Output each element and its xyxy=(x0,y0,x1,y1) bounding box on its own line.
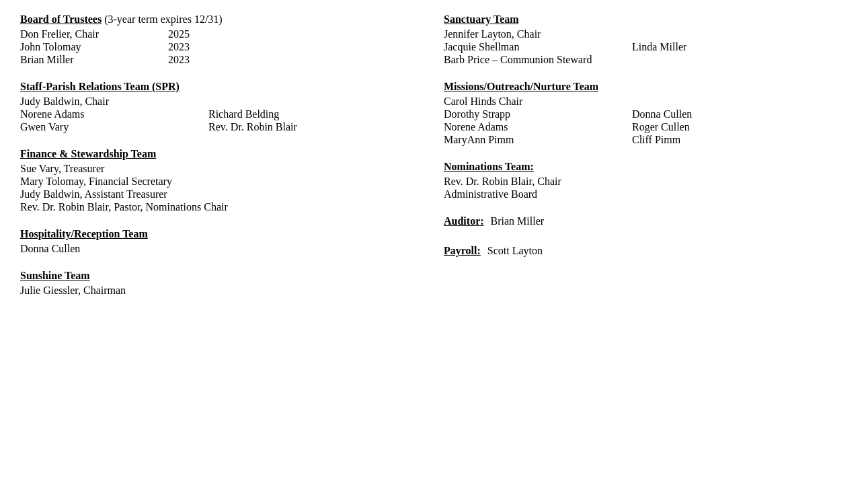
missions-member-4-col1: MaryAnn Pimm xyxy=(444,134,632,146)
sunshine-title-block: Sunshine Team xyxy=(20,270,424,282)
spr-title: Staff-Parish Relations Team (SPR) xyxy=(20,81,180,92)
staff-parish-section: Staff-Parish Relations Team (SPR) Judy B… xyxy=(20,81,424,133)
missions-title: Missions/Outreach/Nurture Team xyxy=(444,81,598,92)
spr-member-2-col1: Norene Adams xyxy=(20,108,208,120)
nominations-title-block: Nominations Team: xyxy=(444,161,848,173)
spr-member-2-col2: Richard Belding xyxy=(208,108,279,120)
board-member-2: John Tolomay 2023 xyxy=(20,41,424,53)
spr-member-3-col2: Rev. Dr. Robin Blair xyxy=(208,121,297,133)
missions-member-3-row: Norene Adams Roger Cullen xyxy=(444,121,848,133)
board-member-3-year: 2023 xyxy=(168,54,190,66)
payroll-row: Payroll: Scott Layton xyxy=(444,245,848,260)
board-member-2-year: 2023 xyxy=(168,41,190,53)
page-layout: Board of Trustees (3-year term expires 1… xyxy=(20,13,848,311)
auditor-section: Auditor: Brian Miller xyxy=(444,215,848,230)
nominations-title: Nominations Team: xyxy=(444,161,534,172)
missions-member-4-col2: Cliff Pimm xyxy=(632,134,680,146)
auditor-row: Auditor: Brian Miller xyxy=(444,215,848,230)
sanctuary-member-2-col1: Jacquie Shellman xyxy=(444,41,632,53)
missions-member-2-col2: Donna Cullen xyxy=(632,108,692,120)
missions-section: Missions/Outreach/Nurture Team Carol Hin… xyxy=(444,81,848,146)
finance-title-block: Finance & Stewardship Team xyxy=(20,148,424,160)
sunshine-section: Sunshine Team Julie Giessler, Chairman xyxy=(20,270,424,297)
payroll-section: Payroll: Scott Layton xyxy=(444,245,848,260)
spr-member-2-row: Norene Adams Richard Belding xyxy=(20,108,424,120)
hospitality-member-1: Donna Cullen xyxy=(20,243,424,255)
sanctuary-section: Sanctuary Team Jennifer Layton, Chair Ja… xyxy=(444,13,848,66)
nominations-member-2: Administrative Board xyxy=(444,188,848,200)
board-of-trustees-section: Board of Trustees (3-year term expires 1… xyxy=(20,13,424,66)
spr-title-block: Staff-Parish Relations Team (SPR) xyxy=(20,81,424,93)
auditor-value: Brian Miller xyxy=(491,215,545,227)
sanctuary-member-2-row: Jacquie Shellman Linda Miller xyxy=(444,41,848,53)
auditor-label: Auditor: xyxy=(444,215,484,227)
spr-member-1: Judy Baldwin, Chair xyxy=(20,96,424,108)
hospitality-title: Hospitality/Reception Team xyxy=(20,228,148,239)
finance-title: Finance & Stewardship Team xyxy=(20,148,156,159)
board-title-block: Board of Trustees (3-year term expires 1… xyxy=(20,13,424,26)
right-column: Sanctuary Team Jennifer Layton, Chair Ja… xyxy=(437,13,848,311)
board-member-1: Don Frelier, Chair 2025 xyxy=(20,28,424,40)
finance-section: Finance & Stewardship Team Sue Vary, Tre… xyxy=(20,148,424,213)
missions-title-block: Missions/Outreach/Nurture Team xyxy=(444,81,848,93)
missions-member-1: Carol Hinds Chair xyxy=(444,96,848,108)
finance-member-4: Rev. Dr. Robin Blair, Pastor, Nomination… xyxy=(20,201,424,213)
missions-member-2-col1: Dorothy Strapp xyxy=(444,108,632,120)
nominations-section: Nominations Team: Rev. Dr. Robin Blair, … xyxy=(444,161,848,200)
board-member-2-name: John Tolomay xyxy=(20,41,168,53)
board-member-3: Brian Miller 2023 xyxy=(20,54,424,66)
finance-member-2: Mary Tolomay, Financial Secretary xyxy=(20,176,424,188)
missions-member-3-col1: Norene Adams xyxy=(444,121,632,133)
hospitality-title-block: Hospitality/Reception Team xyxy=(20,228,424,240)
sunshine-member-1: Julie Giessler, Chairman xyxy=(20,285,424,297)
left-column: Board of Trustees (3-year term expires 1… xyxy=(20,13,437,311)
finance-member-3: Judy Baldwin, Assistant Treasurer xyxy=(20,188,424,200)
missions-member-4-row: MaryAnn Pimm Cliff Pimm xyxy=(444,134,848,146)
sanctuary-title: Sanctuary Team xyxy=(444,13,519,25)
finance-member-1: Sue Vary, Treasurer xyxy=(20,163,424,175)
sanctuary-member-2-col2: Linda Miller xyxy=(632,41,686,53)
spr-member-3-col1: Gwen Vary xyxy=(20,121,208,133)
sunshine-title: Sunshine Team xyxy=(20,270,90,281)
hospitality-section: Hospitality/Reception Team Donna Cullen xyxy=(20,228,424,255)
spr-member-3-row: Gwen Vary Rev. Dr. Robin Blair xyxy=(20,121,424,133)
board-subtitle: (3-year term expires 12/31) xyxy=(102,13,222,25)
board-member-3-name: Brian Miller xyxy=(20,54,168,66)
payroll-value: Scott Layton xyxy=(487,245,543,257)
sanctuary-title-block: Sanctuary Team xyxy=(444,13,848,26)
nominations-member-1: Rev. Dr. Robin Blair, Chair xyxy=(444,176,848,188)
sanctuary-member-3: Barb Price – Communion Steward xyxy=(444,54,848,66)
board-title: Board of Trustees xyxy=(20,13,102,25)
board-member-1-year: 2025 xyxy=(168,28,190,40)
missions-member-3-col2: Roger Cullen xyxy=(632,121,690,133)
sanctuary-member-1: Jennifer Layton, Chair xyxy=(444,28,848,40)
missions-member-2-row: Dorothy Strapp Donna Cullen xyxy=(444,108,848,120)
board-member-1-name: Don Frelier, Chair xyxy=(20,28,168,40)
payroll-label: Payroll: xyxy=(444,245,481,257)
